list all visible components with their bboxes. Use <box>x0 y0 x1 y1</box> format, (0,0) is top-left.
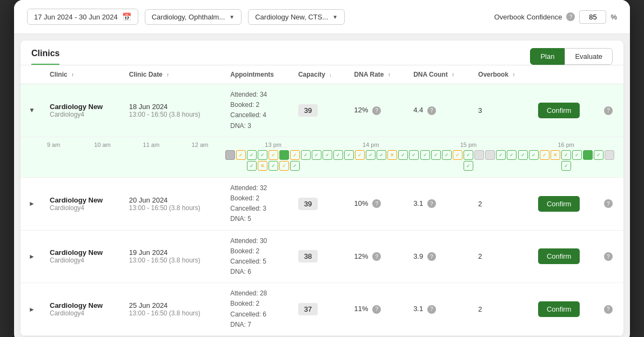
col-header-overbook[interactable]: Overbook ↑ <box>472 65 532 84</box>
clinic-sub: Cardiology4 <box>50 111 116 118</box>
clinic-date: 25 Jun 2024 <box>129 301 217 309</box>
slot: ✓ <box>594 150 603 160</box>
dna-rate-help-icon[interactable]: ? <box>372 106 381 115</box>
dna-count-value: 4.4 <box>413 106 423 114</box>
tab-buttons: Plan Evaluate <box>530 48 613 65</box>
clinic-sub: Cardiology4 <box>50 204 116 212</box>
section-header: Clinics Plan Evaluate <box>21 41 623 65</box>
slot <box>279 150 289 160</box>
col-header-dna-rate[interactable]: DNA Rate ↑ <box>348 65 407 84</box>
dna-count-help-icon[interactable]: ? <box>427 199 436 208</box>
dna-count-help-icon[interactable]: ? <box>427 106 436 115</box>
overbook-section: Overbook Confidence ? % <box>494 10 617 24</box>
slot: ✓ <box>290 150 300 160</box>
slot: ✓ <box>366 150 375 160</box>
confirm-button[interactable]: Confirm <box>538 301 580 317</box>
dna-rate-help-icon[interactable]: ? <box>372 252 381 261</box>
row-help-icon[interactable]: ? <box>604 106 613 115</box>
overbook-value: 2 <box>478 252 482 260</box>
dna-rate-value: 12% <box>354 106 368 114</box>
clinic-date: 20 Jun 2024 <box>129 196 217 204</box>
slot: ✓ <box>529 150 539 160</box>
appointments-booked: Booked: 2 <box>230 299 285 309</box>
slot: ✓ <box>301 150 311 160</box>
appointments-dna: DNA: 3 <box>230 121 285 131</box>
slot <box>605 150 614 160</box>
table-row: ▼ Cardiology New Cardiology4 18 Jun 2024… <box>21 84 623 137</box>
slot: ✓ <box>247 161 257 171</box>
row-expand-toggle[interactable]: ► <box>27 305 37 314</box>
clinic-label: Cardiology New, CTS... <box>255 13 328 21</box>
row-expand-toggle[interactable]: ▼ <box>27 105 37 115</box>
slot <box>583 150 593 160</box>
confirm-button[interactable]: Confirm <box>538 248 580 264</box>
appointments-attended: Attended: 32 <box>230 183 285 193</box>
chevron-down-icon-2: ▼ <box>332 14 338 20</box>
slot: ✓ <box>236 150 246 160</box>
col-header-appointments[interactable]: Appointments <box>224 65 292 84</box>
clinic-time: 13:00 - 16:50 (3.8 hours) <box>129 257 217 264</box>
dna-rate-help-icon[interactable]: ? <box>372 199 381 208</box>
dna-count-help-icon[interactable]: ? <box>427 305 436 314</box>
slot: ✓ <box>290 161 300 171</box>
appointments-cancelled: Cancelled: 3 <box>230 204 285 214</box>
dna-count-help-icon[interactable]: ? <box>427 252 436 261</box>
top-bar: 17 Jun 2024 - 30 Jun 2024 📅 Cardiology, … <box>14 0 630 34</box>
time-label-11am: 11 am <box>127 141 176 148</box>
row-expand-toggle[interactable]: ► <box>27 252 37 261</box>
overbook-help-icon[interactable]: ? <box>566 12 575 21</box>
clinic-date: 18 Jun 2024 <box>129 103 217 111</box>
slot <box>474 150 484 160</box>
time-label-16pm: 16 pm <box>517 141 615 148</box>
clinic-name: Cardiology New <box>50 248 116 257</box>
time-label-15pm: 15 pm <box>420 141 518 148</box>
dna-rate-value: 11% <box>354 305 368 313</box>
row-help-icon[interactable]: ? <box>604 199 613 208</box>
confirm-button[interactable]: Confirm <box>538 196 580 212</box>
table-row: ► Cardiology New Cardiology4 25 Jun 2024… <box>21 283 623 336</box>
slot: ✓ <box>344 150 354 160</box>
appointments-attended: Attended: 34 <box>230 90 285 100</box>
specialty-dropdown[interactable]: Cardiology, Ophthalm... ▼ <box>145 9 242 25</box>
overbook-confidence-input[interactable] <box>579 10 606 24</box>
clinic-name: Cardiology New <box>50 301 116 309</box>
calendar-icon[interactable]: 📅 <box>122 12 131 21</box>
dna-rate-value: 12% <box>354 252 368 260</box>
capacity-value: 39 <box>298 104 318 117</box>
appointments-booked: Booked: 2 <box>230 246 285 257</box>
section-title: Clinics <box>31 49 59 65</box>
slot: ✕ <box>551 150 560 160</box>
clinic-dropdown[interactable]: Cardiology New, CTS... ▼ <box>248 9 345 25</box>
table-row: ► Cardiology New Cardiology4 20 Jun 2024… <box>21 177 623 230</box>
slot: ✓ <box>420 150 430 160</box>
overbook-value: 2 <box>478 305 482 313</box>
slot: ✓ <box>258 150 267 160</box>
clinics-table-container: Clinic ↑ Clinic Date ↑ Appointments Capa… <box>21 65 623 336</box>
capacity-value: 39 <box>298 198 318 210</box>
col-header-capacity[interactable]: Capacity ↓ <box>292 65 348 84</box>
appointments-attended: Attended: 30 <box>230 236 285 246</box>
date-range-filter[interactable]: 17 Jun 2024 - 30 Jun 2024 📅 <box>27 9 138 25</box>
overbook-suffix: % <box>611 13 617 21</box>
col-header-date[interactable]: Clinic Date ↑ <box>123 65 224 84</box>
clinic-name: Cardiology New <box>50 196 116 204</box>
clinics-table: Clinic ↑ Clinic Date ↑ Appointments Capa… <box>21 65 623 336</box>
col-header-dna-count[interactable]: DNA Count ↑ <box>407 65 472 84</box>
slot: ✓ <box>453 150 462 160</box>
slot: ✓ <box>442 150 452 160</box>
col-header-clinic[interactable]: Clinic ↑ <box>43 65 123 84</box>
row-help-icon[interactable]: ? <box>604 252 613 261</box>
tab-plan[interactable]: Plan <box>530 48 565 65</box>
dna-rate-help-icon[interactable]: ? <box>372 305 381 314</box>
confirm-button[interactable]: Confirm <box>538 103 580 118</box>
row-expand-toggle[interactable]: ► <box>27 199 37 208</box>
slot: ✕ <box>387 150 397 160</box>
clinic-sub: Cardiology4 <box>50 309 116 317</box>
row-help-icon[interactable]: ? <box>604 305 613 314</box>
capacity-value: 37 <box>298 303 318 315</box>
clinic-time: 13:00 - 16:50 (3.8 hours) <box>129 111 217 118</box>
tab-evaluate[interactable]: Evaluate <box>565 48 613 65</box>
slot: ✓ <box>398 150 408 160</box>
slot: ✓ <box>247 150 257 160</box>
date-range-text: 17 Jun 2024 - 30 Jun 2024 <box>34 13 118 21</box>
